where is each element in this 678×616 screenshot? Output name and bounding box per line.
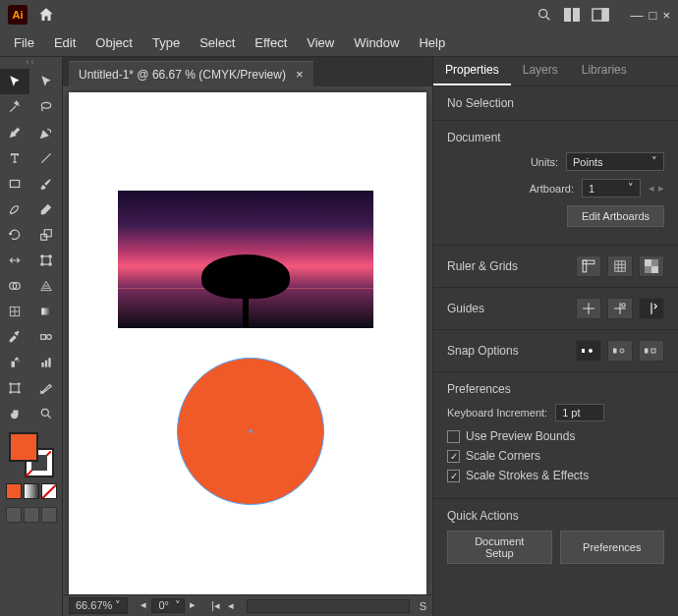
ellipse-shape[interactable] (177, 358, 324, 505)
mesh-tool[interactable] (0, 299, 29, 324)
next-artboard-button[interactable]: ▸ (658, 182, 664, 195)
fill-swatch[interactable] (9, 432, 38, 462)
scale-tool[interactable] (31, 222, 61, 248)
draw-inside-icon[interactable] (41, 507, 57, 523)
snap-grid-icon[interactable] (607, 340, 633, 362)
units-select[interactable]: Points˅ (566, 152, 664, 171)
paintbrush-tool[interactable] (31, 171, 61, 196)
width-tool[interactable] (0, 248, 29, 273)
grid-icon[interactable] (607, 255, 633, 277)
menu-view[interactable]: View (299, 31, 342, 54)
menu-help[interactable]: Help (411, 31, 453, 54)
rotation-select[interactable]: 0° ˅ (151, 598, 185, 613)
ruler-icon[interactable] (576, 255, 601, 277)
draw-normal-icon[interactable] (6, 507, 22, 523)
edit-artboards-button[interactable]: Edit Artboards (567, 205, 664, 227)
scale-strokes-checkbox[interactable]: Scale Strokes & Effects (447, 469, 664, 482)
menu-file[interactable]: File (6, 31, 42, 54)
magic-wand-tool[interactable] (0, 94, 29, 120)
hand-tool[interactable] (0, 401, 29, 426)
workspace-switcher-icon[interactable] (592, 8, 609, 22)
eyedropper-tool[interactable] (0, 324, 29, 350)
color-swatch-area (0, 426, 62, 529)
svg-rect-5 (602, 9, 608, 21)
minimize-button[interactable]: — (631, 8, 644, 23)
svg-rect-2 (564, 8, 571, 22)
direct-selection-tool[interactable] (31, 69, 61, 94)
shape-builder-tool[interactable] (0, 273, 29, 299)
svg-rect-34 (583, 260, 587, 272)
gradient-tool[interactable] (31, 299, 61, 324)
menu-type[interactable]: Type (144, 31, 188, 54)
document-tab-label: Untitled-1* @ 66.67 % (CMYK/Preview) (79, 68, 286, 82)
preferences-button[interactable]: Preferences (560, 531, 665, 564)
blend-tool[interactable] (31, 324, 61, 350)
show-guides-icon[interactable] (576, 298, 601, 319)
rotate-prev-icon[interactable]: ◂ (138, 598, 149, 613)
svg-point-15 (48, 263, 50, 265)
tab-libraries[interactable]: Libraries (570, 57, 639, 85)
svg-point-45 (589, 349, 593, 353)
line-segment-tool[interactable] (31, 145, 61, 171)
tab-properties[interactable]: Properties (433, 57, 511, 85)
type-tool[interactable] (0, 145, 29, 171)
zoom-level-select[interactable]: 66.67% ˅ (69, 597, 128, 614)
home-icon[interactable] (37, 6, 55, 24)
use-preview-bounds-checkbox[interactable]: Use Preview Bounds (447, 429, 664, 443)
column-graph-tool[interactable] (31, 350, 61, 375)
document-tab[interactable]: Untitled-1* @ 66.67 % (CMYK/Preview) × (69, 61, 313, 86)
pen-tool[interactable] (0, 120, 29, 145)
lock-guides-icon[interactable] (607, 298, 633, 319)
transparency-grid-icon[interactable] (639, 255, 664, 277)
menu-object[interactable]: Object (87, 31, 141, 54)
document-section-label: Document (447, 131, 664, 144)
menu-effect[interactable]: Effect (247, 31, 295, 54)
prev-artboard-button[interactable]: ◂ (649, 182, 654, 195)
close-button[interactable]: × (662, 8, 670, 23)
artboard-tool[interactable] (0, 375, 29, 401)
rotate-next-icon[interactable]: ▸ (187, 598, 198, 613)
prev-artboard-icon[interactable]: ◂ (225, 599, 237, 612)
tab-layers[interactable]: Layers (511, 57, 570, 85)
color-mode-icon[interactable] (6, 483, 22, 499)
scale-corners-checkbox[interactable]: Scale Corners (447, 449, 664, 463)
smart-guides-icon[interactable] (639, 298, 664, 319)
none-mode-icon[interactable] (41, 483, 57, 499)
horizontal-scrollbar[interactable] (247, 599, 410, 613)
menu-select[interactable]: Select (192, 31, 243, 54)
placed-image[interactable] (118, 191, 373, 328)
draw-behind-icon[interactable] (24, 507, 39, 523)
canvas[interactable] (63, 86, 432, 594)
symbol-sprayer-tool[interactable] (0, 350, 29, 375)
curvature-tool[interactable] (31, 120, 61, 145)
document-setup-button[interactable]: Document Setup (447, 531, 552, 564)
artboard-select[interactable]: 1˅ (582, 179, 641, 197)
eraser-tool[interactable] (31, 196, 61, 222)
menu-window[interactable]: Window (346, 31, 407, 54)
zoom-tool[interactable] (31, 401, 61, 426)
snap-point-icon[interactable] (576, 340, 601, 362)
svg-rect-30 (11, 384, 19, 392)
guides-label: Guides (447, 302, 484, 315)
maximize-button[interactable]: □ (650, 8, 657, 23)
free-transform-tool[interactable] (31, 248, 61, 273)
svg-rect-44 (582, 349, 585, 353)
search-icon[interactable] (537, 7, 552, 23)
slice-tool[interactable] (31, 375, 61, 401)
gradient-mode-icon[interactable] (24, 483, 39, 499)
arrange-documents-icon[interactable] (564, 8, 580, 22)
rotate-tool[interactable] (0, 222, 29, 248)
first-artboard-icon[interactable]: |◂ (208, 599, 223, 612)
toolbar-handle-icon[interactable]: ‹‹ (0, 57, 62, 69)
snap-pixel-icon[interactable] (639, 340, 664, 362)
selection-tool[interactable] (0, 69, 29, 94)
rectangle-tool[interactable] (0, 171, 29, 196)
shaper-tool[interactable] (0, 196, 29, 222)
menu-edit[interactable]: Edit (46, 31, 84, 54)
svg-rect-10 (44, 230, 51, 237)
svg-rect-49 (651, 349, 655, 353)
close-tab-icon[interactable]: × (296, 67, 304, 82)
keyboard-increment-input[interactable]: 1 pt (555, 404, 604, 421)
lasso-tool[interactable] (31, 94, 61, 120)
perspective-grid-tool[interactable] (31, 273, 61, 299)
